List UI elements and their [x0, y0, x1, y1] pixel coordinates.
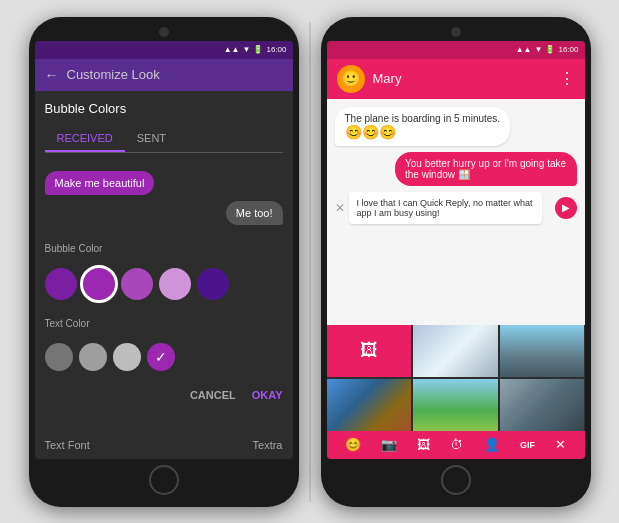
right-phone: ▲▲ ▼ 🔋 16:00 🙂 Mary ⋮ The plane is board…: [321, 17, 591, 507]
color-option-3[interactable]: [121, 268, 153, 300]
signal-icon: ▲▲: [224, 45, 240, 54]
customize-body: Bubble Colors RECEIVED SENT Make me beau…: [35, 91, 293, 431]
kb-close-icon[interactable]: ✕: [555, 437, 566, 452]
contact-avatar: 🙂: [337, 65, 365, 93]
bubble-preview: Make me beautiful Me too!: [45, 171, 283, 225]
right-status-bar: ▲▲ ▼ 🔋 16:00: [327, 41, 585, 59]
left-status-icons: ▲▲ ▼ 🔋 16:00: [224, 45, 287, 54]
photo-cell-4[interactable]: [327, 379, 412, 431]
keyboard-bar: 😊 📷 🖼 ⏱ 👤 GIF ✕: [327, 431, 585, 459]
avatar-emoji: 🙂: [341, 69, 361, 88]
msg-text-sent: You better hurry up or I'm going take th…: [405, 158, 566, 180]
kb-emoji-icon[interactable]: 😊: [345, 437, 361, 452]
quick-reply-send[interactable]: ▶: [555, 197, 577, 219]
emoji-row: 😊😊😊: [345, 124, 501, 140]
chat-body: The plane is boarding in 5 minutes. 😊😊😊 …: [327, 99, 585, 325]
checkmark-icon: ✓: [155, 349, 167, 365]
color-option-2[interactable]: [83, 268, 115, 300]
photo-cell-6[interactable]: [500, 379, 585, 431]
battery-icon: 🔋: [253, 45, 263, 54]
photo-cell-3[interactable]: [500, 325, 585, 377]
text-color-3[interactable]: [113, 343, 141, 371]
customize-header: ← Customize Look: [35, 59, 293, 91]
color-option-4[interactable]: [159, 268, 191, 300]
photo-cell-1[interactable]: 🖼: [327, 325, 412, 377]
time-display: 16:00: [266, 45, 286, 54]
msg-received-1: The plane is boarding in 5 minutes. 😊😊😊: [335, 107, 511, 146]
left-screen: ▲▲ ▼ 🔋 16:00 ← Customize Look Bubble Col…: [35, 41, 293, 459]
text-font-value: Textra: [253, 439, 283, 451]
text-color-2[interactable]: [79, 343, 107, 371]
main-container: ▲▲ ▼ 🔋 16:00 ← Customize Look Bubble Col…: [29, 17, 591, 507]
text-color-circles: ✓: [45, 343, 283, 371]
right-screen: ▲▲ ▼ 🔋 16:00 🙂 Mary ⋮ The plane is board…: [327, 41, 585, 459]
right-camera: [451, 27, 461, 37]
tab-received[interactable]: RECEIVED: [45, 126, 125, 152]
divider: [309, 22, 311, 502]
quick-reply-text: I love that I can Quick Reply, no matter…: [357, 198, 535, 218]
bubble-color-circles: [45, 268, 283, 300]
text-color-4[interactable]: ✓: [147, 343, 175, 371]
photo-icon-1: 🖼: [360, 340, 378, 361]
left-status-bar: ▲▲ ▼ 🔋 16:00: [35, 41, 293, 59]
right-time-display: 16:00: [558, 45, 578, 54]
tab-sent[interactable]: SENT: [125, 126, 178, 152]
right-status-icons: ▲▲ ▼ 🔋 16:00: [516, 45, 579, 54]
tabs-row: RECEIVED SENT: [45, 126, 283, 153]
kb-camera-icon[interactable]: 📷: [381, 437, 397, 452]
text-font-label: Text Font: [45, 439, 90, 451]
left-phone: ▲▲ ▼ 🔋 16:00 ← Customize Look Bubble Col…: [29, 17, 299, 507]
photo-grid: 🖼: [327, 325, 585, 431]
chat-header: 🙂 Mary ⋮: [327, 59, 585, 99]
right-home-button[interactable]: [441, 465, 471, 495]
kb-timer-icon[interactable]: ⏱: [450, 437, 463, 452]
quick-reply-box[interactable]: I love that I can Quick Reply, no matter…: [349, 192, 543, 224]
bubble-sent: Me too!: [226, 201, 283, 225]
cancel-button[interactable]: CANCEL: [190, 389, 236, 401]
right-battery-icon: 🔋: [545, 45, 555, 54]
kb-contact-icon[interactable]: 👤: [484, 437, 500, 452]
left-camera: [159, 27, 169, 37]
msg-text-1: The plane is boarding in 5 minutes.: [345, 113, 501, 124]
text-color-label: Text Color: [45, 318, 283, 329]
quick-reply-row: ✕ I love that I can Quick Reply, no matt…: [335, 192, 577, 224]
section-title: Bubble Colors: [45, 101, 283, 116]
wifi-icon: ▼: [243, 45, 251, 54]
color-option-5[interactable]: [197, 268, 229, 300]
photo-cell-2[interactable]: [413, 325, 498, 377]
more-button[interactable]: ⋮: [559, 69, 575, 88]
bubble-received: Make me beautiful: [45, 171, 155, 195]
color-option-1[interactable]: [45, 268, 77, 300]
okay-button[interactable]: OKAY: [252, 389, 283, 401]
contact-name: Mary: [373, 71, 551, 86]
right-signal-icon: ▲▲: [516, 45, 532, 54]
action-buttons: CANCEL OKAY: [45, 389, 283, 401]
kb-image-icon[interactable]: 🖼: [417, 437, 430, 452]
msg-sent-1: You better hurry up or I'm going take th…: [395, 152, 577, 186]
photo-cell-5[interactable]: [413, 379, 498, 431]
kb-gif-label[interactable]: GIF: [520, 440, 535, 450]
left-home-button[interactable]: [149, 465, 179, 495]
quick-reply-close[interactable]: ✕: [335, 201, 345, 215]
back-button[interactable]: ←: [45, 67, 59, 83]
right-wifi-icon: ▼: [535, 45, 543, 54]
bubble-color-label: Bubble Color: [45, 243, 283, 254]
bottom-row: Text Font Textra: [35, 431, 293, 459]
page-title: Customize Look: [67, 67, 160, 82]
text-color-1[interactable]: [45, 343, 73, 371]
